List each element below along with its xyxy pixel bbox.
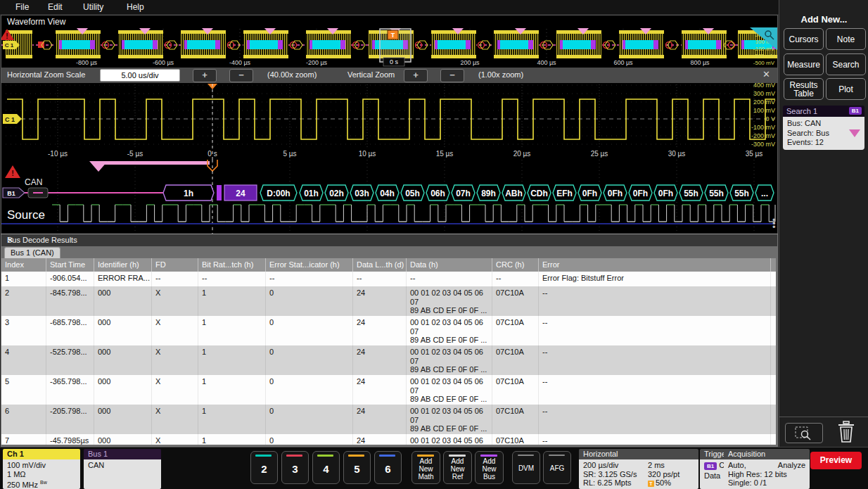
measure-button[interactable]: Measure <box>784 53 824 75</box>
column-header[interactable]: CRC (h) <box>492 258 539 272</box>
svg-text:300 mV: 300 mV <box>753 90 775 97</box>
table-cell: 07C10A <box>492 345 539 375</box>
svg-text:C 1: C 1 <box>5 42 14 49</box>
svg-text:1h: 1h <box>184 189 193 198</box>
table-cell: 24 <box>353 434 407 445</box>
table-row[interactable]: 7-45.7985µs000X102400 01 02 03 04 05 06 … <box>1 434 776 445</box>
acquisition-badge[interactable]: Acquisition Auto,Analyze High Res: 12 bi… <box>724 449 810 489</box>
menu-help[interactable]: Help <box>127 2 144 12</box>
svg-text:04h: 04h <box>380 189 395 198</box>
svg-text:-500 mV: -500 mV <box>753 60 775 66</box>
svg-text:25 µs: 25 µs <box>591 150 608 158</box>
table-cell: 0 <box>266 375 353 405</box>
h-zoom-plus-button[interactable]: + <box>193 69 217 82</box>
h-zoom-minus-button[interactable]: − <box>229 69 253 82</box>
dvm-button[interactable]: DVM <box>512 451 540 484</box>
svg-text:0Fh: 0Fh <box>608 189 623 198</box>
table-cell: ERROR FRA... <box>94 272 152 286</box>
svg-text:89h: 89h <box>481 189 496 198</box>
channel-4-button[interactable]: 4 <box>312 451 340 484</box>
table-cell: 0 <box>266 316 353 345</box>
column-header[interactable]: Data L...th (d) <box>353 258 407 272</box>
table-row[interactable]: 4-525.798...000X102400 01 02 03 04 05 06… <box>1 345 776 375</box>
plot-button[interactable]: Plot <box>826 78 866 100</box>
overview-waveform[interactable]: T-800 µs-600 µs-400 µs-200 µs200 µs400 µ… <box>1 27 777 68</box>
table-row[interactable]: 1-906.054...ERROR FRA...------------Erro… <box>1 272 776 286</box>
afg-button[interactable]: AFG <box>543 451 571 484</box>
panel-splitter-handle[interactable]: ••• <box>772 218 776 229</box>
horizontal-badge[interactable]: Horizontal 200 µs/div SR: 3.125 GS/s RL:… <box>579 449 698 489</box>
add-new-ref-button[interactable]: Add New Ref <box>443 451 472 484</box>
bus-decode-waveform[interactable]: !CANB11h24D:00h01h02h03h04h05h06h07h89hA… <box>1 160 777 234</box>
column-header[interactable]: Error <box>539 258 771 272</box>
channel-6-button[interactable]: 6 <box>374 451 402 484</box>
column-header[interactable]: FD <box>152 258 198 272</box>
table-row[interactable]: 6-205.798...000X102400 01 02 03 04 05 06… <box>1 405 776 434</box>
bus-1-badge[interactable]: Bus 1 CAN <box>84 449 161 489</box>
table-cell: -- <box>407 272 492 286</box>
menu-utility[interactable]: Utility <box>83 2 103 12</box>
svg-text:03h: 03h <box>355 189 369 198</box>
search-bus-line: Bus: CAN <box>787 119 860 129</box>
svg-text:01h: 01h <box>304 189 319 198</box>
svg-text:-400 µs: -400 µs <box>229 59 251 66</box>
table-cell: -906.054... <box>46 272 94 286</box>
channel-2-button[interactable]: 2 <box>250 451 278 484</box>
table-cell: -- <box>198 272 266 286</box>
channel-3-button[interactable]: 3 <box>281 451 309 484</box>
svg-text:D:00h: D:00h <box>267 189 290 198</box>
table-cell: -- <box>353 272 407 286</box>
svg-text:B1: B1 <box>7 190 15 197</box>
table-row[interactable]: 5-365.798...000X102400 01 02 03 04 05 06… <box>1 375 776 405</box>
preview-button[interactable]: Preview <box>810 452 862 469</box>
ch1-scale: 100 mV/div <box>7 461 76 470</box>
column-header[interactable]: Identifier (h) <box>94 258 152 272</box>
table-cell: 00 01 02 03 04 05 06 07 89 AB CD EF 0F 0… <box>407 405 492 434</box>
bottom-status-bar: Ch 1 100 mV/div 1 MΩ 250 MHz Bw Bus 1 CA… <box>0 447 868 489</box>
menu-edit[interactable]: Edit <box>48 2 63 12</box>
column-header[interactable]: Start Time <box>46 258 94 272</box>
table-row[interactable]: 3-685.798...000X102400 01 02 03 04 05 06… <box>1 316 776 345</box>
menu-file[interactable]: File <box>15 2 29 12</box>
search-button[interactable]: Search <box>826 53 866 75</box>
v-zoom-plus-button[interactable]: + <box>404 69 428 82</box>
table-row[interactable]: 2-845.798...000X102400 01 02 03 04 05 06… <box>1 286 776 316</box>
column-header[interactable]: Bit Rat...tch (h) <box>198 258 266 272</box>
results-table-button[interactable]: Results Table <box>784 78 824 100</box>
table-cell: 5 <box>1 375 46 405</box>
sidebar-tools-row <box>779 417 868 447</box>
results-table-header: IndexStart TimeIdentifier (h)FDBit Rat..… <box>1 258 776 272</box>
zoomed-waveform[interactable]: -10 µs-5 µs0 s5 µs10 µs15 µs20 µs25 µs30… <box>1 83 777 160</box>
table-cell: -45.7985µs <box>46 434 94 445</box>
table-cell: 0 <box>266 345 353 375</box>
cursors-button[interactable]: Cursors <box>784 28 824 50</box>
h-zoom-scale-input[interactable]: 5.00 us/div <box>100 69 180 82</box>
add-new-bus-button[interactable]: Add New Bus <box>475 451 504 484</box>
table-cell: 1 <box>198 375 266 405</box>
results-close-icon[interactable]: ✕ <box>7 236 769 245</box>
channel-1-badge[interactable]: Ch 1 100 mV/div 1 MΩ 250 MHz Bw <box>3 449 80 489</box>
column-header[interactable]: Error Stat...icator (h) <box>266 258 353 272</box>
table-cell: 1 <box>1 272 46 286</box>
channel-5-button[interactable]: 5 <box>343 451 371 484</box>
acquisition-title: Acquisition <box>724 449 810 459</box>
bus-1-name: Bus 1 <box>84 449 161 459</box>
table-cell: 00 01 02 03 04 05 06 07 89 AB CD EF 0F 0… <box>407 286 492 316</box>
results-table-body[interactable]: 1-906.054...ERROR FRA...------------Erro… <box>1 272 776 445</box>
zoom-close-icon[interactable]: ✕ <box>762 69 770 80</box>
delete-trash-icon[interactable] <box>836 421 857 446</box>
note-button[interactable]: Note <box>826 28 866 50</box>
table-cell: -- <box>539 286 771 316</box>
zoom-select-button[interactable] <box>785 423 823 443</box>
add-new-math-button[interactable]: Add New Math <box>411 451 440 484</box>
v-zoom-minus-button[interactable]: − <box>440 69 464 82</box>
table-cell: 07C10A <box>492 316 539 345</box>
waveform-view-title: Waveform View <box>7 17 65 27</box>
svg-text:200 mV: 200 mV <box>753 99 775 106</box>
table-cell: -- <box>539 316 771 345</box>
table-cell: 0 <box>266 286 353 316</box>
svg-text:-600 µs: -600 µs <box>153 59 174 66</box>
column-header[interactable]: Index <box>1 258 46 272</box>
search-1-badge[interactable]: Search 1 B1 Bus: CAN Search: Bus Events:… <box>783 106 864 150</box>
column-header[interactable]: Data (h) <box>407 258 492 272</box>
